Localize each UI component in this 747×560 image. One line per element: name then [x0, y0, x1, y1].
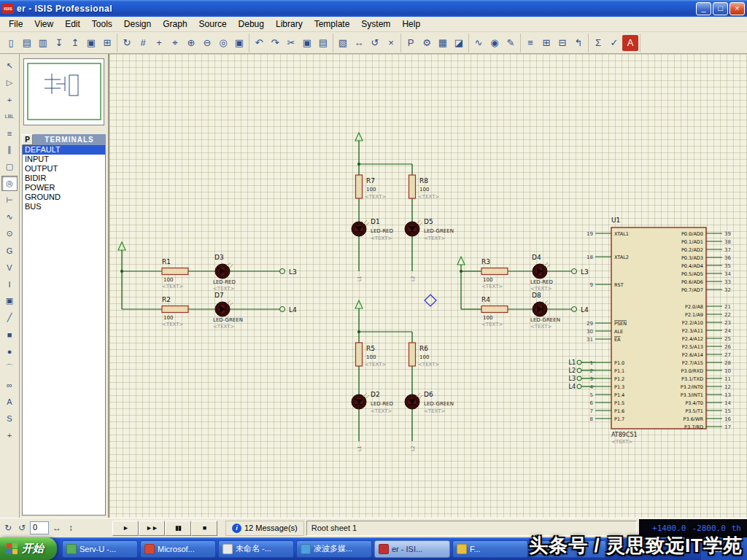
- box-mode-icon[interactable]: ■: [1, 327, 18, 342]
- rotation-angle-input[interactable]: 0: [30, 521, 49, 534]
- cut-icon[interactable]: ✂: [283, 35, 299, 51]
- terminal-item-input[interactable]: INPUT: [23, 155, 105, 164]
- input-terminal[interactable]: [457, 257, 465, 270]
- component-D1[interactable]: D1LED-RED<TEXT>: [352, 218, 393, 241]
- component-R2[interactable]: R2100<TEXT>: [162, 296, 188, 327]
- marker-mode-icon[interactable]: +: [1, 427, 18, 443]
- print-icon[interactable]: ▣: [83, 35, 99, 51]
- pick-parts-icon[interactable]: P: [403, 35, 419, 51]
- net-label-L3[interactable]: L3: [572, 268, 589, 276]
- component-D2[interactable]: D2LED-RED<TEXT>: [352, 391, 393, 414]
- block-rotate-icon[interactable]: ↺: [367, 35, 383, 51]
- input-terminal[interactable]: [355, 133, 363, 146]
- new-sheet-icon[interactable]: ⊞: [538, 35, 554, 51]
- device-pin-mode-icon[interactable]: ⊢: [1, 192, 18, 208]
- toggle-grid-icon[interactable]: #: [135, 35, 151, 51]
- terminal-item-default[interactable]: DEFAULT: [23, 145, 105, 155]
- tape-recorder-mode-icon[interactable]: ⊙: [1, 226, 18, 241]
- circle-mode-icon[interactable]: ●: [1, 343, 18, 359]
- block-delete-icon[interactable]: ×: [383, 35, 399, 51]
- export-section-icon[interactable]: ↥: [67, 35, 83, 51]
- zoom-out-icon[interactable]: ⊖: [199, 35, 215, 51]
- minimize-button[interactable]: _: [696, 2, 711, 15]
- zoom-in-icon[interactable]: ⊕: [183, 35, 199, 51]
- redraw-icon[interactable]: ↻: [119, 35, 135, 51]
- paste-icon[interactable]: ▤: [315, 35, 331, 51]
- input-terminal[interactable]: [118, 242, 125, 255]
- center-at-cursor-icon[interactable]: ⌖: [167, 35, 183, 51]
- menu-edit[interactable]: Edit: [59, 18, 86, 31]
- menu-library[interactable]: Library: [270, 18, 309, 31]
- terminal-item-bus[interactable]: BUS: [23, 202, 105, 211]
- menu-debug[interactable]: Debug: [233, 18, 270, 31]
- rotate-clockwise-button[interactable]: ↻: [2, 521, 14, 534]
- taskbar-item[interactable]: F...: [452, 540, 528, 558]
- component-D7[interactable]: D7LED-GREEN<TEXT>: [213, 292, 243, 330]
- voltage-probe-mode-icon[interactable]: V: [1, 260, 18, 275]
- mirror-vertical-button[interactable]: ↕: [65, 521, 77, 534]
- component-D3[interactable]: D3LED-RED<TEXT>: [213, 254, 236, 292]
- bill-of-materials-icon[interactable]: Σ: [590, 35, 606, 51]
- wire-autorouter-icon[interactable]: ∿: [471, 35, 487, 51]
- subcircuit-mode-icon[interactable]: ▢: [1, 159, 18, 174]
- start-button[interactable]: 开始: [0, 537, 57, 560]
- taskbar-item[interactable]: er - ISI...: [374, 540, 450, 558]
- text-script-mode-icon[interactable]: ≡: [1, 125, 18, 141]
- generator-mode-icon[interactable]: G: [1, 243, 18, 258]
- component-mode-icon[interactable]: ▷: [1, 75, 18, 90]
- rotate-anticlockwise-button[interactable]: ↺: [16, 521, 28, 534]
- bus-mode-icon[interactable]: ∥: [1, 142, 18, 158]
- terminal-item-ground[interactable]: GROUND: [23, 192, 105, 202]
- virtual-instruments-mode-icon[interactable]: ▣: [1, 293, 18, 308]
- wire-label[interactable]: L1: [357, 446, 363, 451]
- path-mode-icon[interactable]: ∞: [1, 377, 18, 392]
- menu-tools[interactable]: Tools: [86, 18, 118, 31]
- taskbar-item[interactable]: 凌波多媒...: [296, 540, 372, 558]
- taskbar-item[interactable]: Serv-U -...: [62, 540, 138, 558]
- message-cell[interactable]: i 12 Message(s): [225, 521, 304, 536]
- symbol-mode-icon[interactable]: S: [1, 411, 18, 426]
- menu-file[interactable]: File: [3, 18, 28, 31]
- component-D4[interactable]: D4LED-RED<TEXT>: [530, 254, 553, 292]
- pick-device-button[interactable]: P: [22, 134, 33, 145]
- property-assignment-icon[interactable]: ✎: [503, 35, 519, 51]
- netlist-to-ares-icon[interactable]: A: [622, 35, 638, 51]
- component-R5[interactable]: R5100<TEXT>: [356, 343, 387, 368]
- taskbar-item[interactable]: 未命名 -...: [218, 540, 294, 558]
- maximize-button[interactable]: □: [713, 2, 728, 15]
- net-label-L4[interactable]: L4: [280, 306, 298, 314]
- wire-label[interactable]: L2: [410, 276, 416, 281]
- decompose-icon[interactable]: ◪: [451, 35, 467, 51]
- electrical-rule-check-icon[interactable]: ✓: [606, 35, 622, 51]
- menu-design[interactable]: Design: [118, 18, 157, 31]
- menu-source[interactable]: Source: [193, 18, 233, 31]
- open-file-icon[interactable]: ▤: [19, 35, 35, 51]
- close-button[interactable]: ×: [729, 2, 745, 15]
- component-R3[interactable]: R3100<TEXT>: [481, 258, 508, 289]
- remove-sheet-icon[interactable]: ⊟: [554, 35, 570, 51]
- terminal-mode-icon[interactable]: ◎: [1, 176, 18, 191]
- wire-label[interactable]: L1: [357, 276, 363, 281]
- stop-button[interactable]: ■: [191, 521, 217, 536]
- mark-output-area-icon[interactable]: ⊞: [99, 35, 115, 51]
- overview-preview[interactable]: [23, 58, 104, 125]
- menu-system[interactable]: System: [355, 18, 396, 31]
- text-mode-icon[interactable]: A: [1, 394, 18, 409]
- junction-dot-mode-icon[interactable]: +: [1, 92, 18, 107]
- new-file-icon[interactable]: ▯: [3, 35, 19, 51]
- false-origin-icon[interactable]: +: [151, 35, 167, 51]
- selection-mode-icon[interactable]: ↖: [1, 58, 18, 74]
- component-D8[interactable]: D8LED-GREEN<TEXT>: [530, 292, 560, 330]
- wire-label-mode-icon[interactable]: LBL: [1, 109, 18, 124]
- current-probe-mode-icon[interactable]: I: [1, 276, 18, 292]
- input-terminal[interactable]: [355, 300, 363, 314]
- line-mode-icon[interactable]: ╱: [1, 310, 18, 325]
- component-R1[interactable]: R1100<TEXT>: [162, 258, 188, 289]
- play-button[interactable]: ►: [112, 521, 139, 536]
- terminal-item-output[interactable]: OUTPUT: [23, 164, 105, 174]
- menu-help[interactable]: Help: [396, 18, 426, 31]
- make-device-icon[interactable]: ⚙: [419, 35, 435, 51]
- component-R4[interactable]: R4100<TEXT>: [481, 296, 508, 327]
- menu-template[interactable]: Template: [309, 18, 356, 31]
- save-file-icon[interactable]: ▥: [35, 35, 51, 51]
